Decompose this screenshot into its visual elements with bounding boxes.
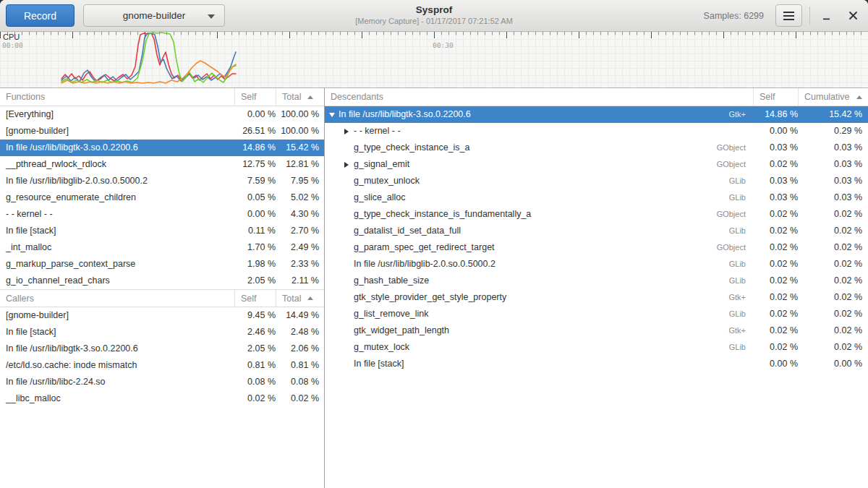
table-row[interactable]: - - kernel - -0.00 %4.30 %	[0, 206, 324, 223]
self-percent: 0.02 %	[753, 273, 798, 289]
table-row[interactable]: __pthread_rwlock_rdlock12.75 %12.81 %	[0, 156, 324, 173]
window-subtitle: [Memory Capture] - 01/17/2017 07:21:52 A…	[355, 17, 513, 25]
tree-row[interactable]: - - kernel - -0.00 %0.29 %	[325, 123, 868, 140]
descendant-name-cell: g_mutex_unlock	[325, 173, 729, 189]
descendant-name: g_signal_emit	[354, 156, 409, 173]
table-row[interactable]: In file /usr/lib/libc-2.24.so0.08 %0.08 …	[0, 374, 324, 390]
tree-row[interactable]: g_param_spec_get_redirect_targetGObject0…	[325, 239, 868, 256]
tree-row[interactable]: gtk_widget_path_lengthGtk+0.02 %0.02 %	[325, 322, 868, 339]
descendant-name: In file [stack]	[354, 356, 404, 372]
function-name: In file [stack]	[0, 324, 234, 341]
descendants-pane: Descendants Self Cumulative In file /usr…	[325, 88, 868, 488]
tree-row[interactable]: g_type_check_instance_is_aGObject0.03 %0…	[325, 140, 868, 156]
cpu-timeline[interactable]: CPU 00:00 00:30	[0, 32, 868, 88]
descendant-name-cell: g_datalist_id_set_data_full	[325, 223, 729, 239]
expander-closed-icon[interactable]	[344, 129, 354, 134]
self-percent: 0.02 %	[753, 322, 798, 339]
descendant-name: g_param_spec_get_redirect_target	[354, 239, 495, 256]
cpu-label: CPU	[3, 33, 20, 41]
functions-total-column-header[interactable]: Total	[276, 88, 324, 106]
tree-row[interactable]: g_hash_table_sizeGLib0.02 %0.02 %	[325, 273, 868, 289]
table-row[interactable]: g_resource_enumerate_children0.05 %5.02 …	[0, 189, 324, 206]
expander-triangle	[344, 129, 349, 134]
table-row[interactable]: g_io_channel_read_chars2.05 %2.11 %	[0, 273, 324, 289]
function-name: In file [stack]	[0, 223, 234, 239]
table-row[interactable]: [gnome-builder]9.45 %14.49 %	[0, 307, 324, 324]
self-percent: 2.05 %	[234, 341, 276, 357]
descendants-cumulative-column-header[interactable]: Cumulative	[798, 88, 868, 106]
self-percent: 0.02 %	[753, 289, 798, 306]
tree-row[interactable]: g_list_remove_linkGLib0.02 %0.02 %	[325, 306, 868, 322]
table-row[interactable]: [Everything]0.00 %100.00 %	[0, 106, 324, 123]
descendants-column-header[interactable]: Descendants	[325, 88, 753, 106]
table-row[interactable]: /etc/ld.so.cache: inode mismatch0.81 %0.…	[0, 357, 324, 374]
table-row[interactable]: In file [stack]2.46 %2.48 %	[0, 324, 324, 341]
tree-row[interactable]: g_mutex_lockGLib0.02 %0.02 %	[325, 339, 868, 356]
cumulative-percent: 0.02 %	[798, 289, 868, 306]
functions-self-column-header[interactable]: Self	[234, 88, 276, 106]
total-percent: 0.08 %	[276, 374, 324, 390]
callers-total-column-header[interactable]: Total	[276, 290, 324, 307]
headerbar-right: Samples: 6299	[704, 4, 862, 27]
total-percent: 100.00 %	[276, 123, 324, 140]
tree-row[interactable]: g_datalist_id_set_data_fullGLib0.02 %0.0…	[325, 223, 868, 239]
table-row[interactable]: _int_malloc1.70 %2.49 %	[0, 239, 324, 256]
menu-button[interactable]	[775, 4, 802, 27]
callers-column-header[interactable]: Callers	[0, 290, 234, 307]
table-row[interactable]: In file [stack]0.11 %2.70 %	[0, 223, 324, 239]
functions-table-header: Functions Self Total	[0, 88, 324, 106]
function-name: g_markup_parse_context_parse	[0, 256, 234, 273]
record-button[interactable]: Record	[6, 4, 75, 27]
table-row[interactable]: g_markup_parse_context_parse1.98 %2.33 %	[0, 256, 324, 273]
headerbar-separator	[809, 7, 810, 25]
table-row[interactable]: In file /usr/lib/libgtk-3.so.0.2200.62.0…	[0, 341, 324, 357]
function-name: - - kernel - -	[0, 206, 234, 223]
window-title: Sysprof	[355, 4, 513, 15]
function-name: [gnome-builder]	[0, 123, 234, 140]
tree-row[interactable]: In file [stack]0.00 %0.00 %	[325, 356, 868, 372]
cumulative-percent: 15.42 %	[798, 106, 868, 123]
function-name: In file /usr/lib/libc-2.24.so	[0, 374, 234, 390]
process-selector[interactable]: gnome-builder	[83, 4, 225, 27]
self-percent: 0.02 %	[753, 156, 798, 173]
window-title-area: Sysprof [Memory Capture] - 01/17/2017 07…	[355, 4, 513, 25]
cpu-line-green	[61, 33, 236, 82]
cumulative-percent: 0.02 %	[798, 306, 868, 322]
tree-row[interactable]: In file /usr/lib/libgtk-3.so.0.2200.6Gtk…	[325, 106, 868, 123]
tree-row[interactable]: gtk_style_provider_get_style_propertyGtk…	[325, 289, 868, 306]
expander-open-icon[interactable]	[329, 113, 339, 117]
tree-row[interactable]: g_slice_allocGLib0.03 %0.03 %	[325, 189, 868, 206]
time-tick-mid: 00:30	[433, 41, 454, 49]
self-percent: 0.81 %	[234, 357, 276, 374]
minimize-button[interactable]	[817, 7, 836, 25]
time-tick-start: 00:00	[2, 41, 23, 49]
cumulative-percent: 0.02 %	[798, 206, 868, 223]
self-percent: 0.03 %	[753, 189, 798, 206]
descendants-self-column-header[interactable]: Self	[753, 88, 798, 106]
self-percent: 0.02 %	[753, 206, 798, 223]
self-percent: 0.02 %	[753, 239, 798, 256]
tree-row[interactable]: g_signal_emitGObject0.02 %0.03 %	[325, 156, 868, 173]
close-icon	[848, 11, 858, 20]
tree-row[interactable]: g_mutex_unlockGLib0.03 %0.03 %	[325, 173, 868, 189]
total-percent: 14.49 %	[276, 307, 324, 324]
descendant-name: gtk_widget_path_length	[354, 322, 449, 339]
close-button[interactable]	[843, 7, 862, 25]
callers-self-column-header[interactable]: Self	[234, 290, 276, 307]
library-badge: GLib	[729, 223, 753, 239]
tree-row[interactable]: g_type_check_instance_is_fundamentally_a…	[325, 206, 868, 223]
table-row[interactable]: In file /usr/lib/libgtk-3.so.0.2200.614.…	[0, 140, 324, 156]
functions-column-header[interactable]: Functions	[0, 88, 234, 106]
cumulative-percent: 0.02 %	[798, 273, 868, 289]
table-row[interactable]: In file /usr/lib/libglib-2.0.so.0.5000.2…	[0, 173, 324, 189]
expander-closed-icon[interactable]	[344, 162, 354, 168]
cumulative-percent: 0.00 %	[798, 356, 868, 372]
library-badge: Gtk+	[728, 289, 753, 306]
tree-row[interactable]: In file /usr/lib/libglib-2.0.so.0.5000.2…	[325, 256, 868, 273]
cpu-graph[interactable]	[0, 32, 868, 88]
descendant-name: g_mutex_lock	[354, 339, 409, 356]
function-name: g_io_channel_read_chars	[0, 273, 234, 289]
self-percent: 0.03 %	[753, 140, 798, 156]
table-row[interactable]: __libc_malloc0.02 %0.02 %	[0, 390, 324, 407]
table-row[interactable]: [gnome-builder]26.51 %100.00 %	[0, 123, 324, 140]
